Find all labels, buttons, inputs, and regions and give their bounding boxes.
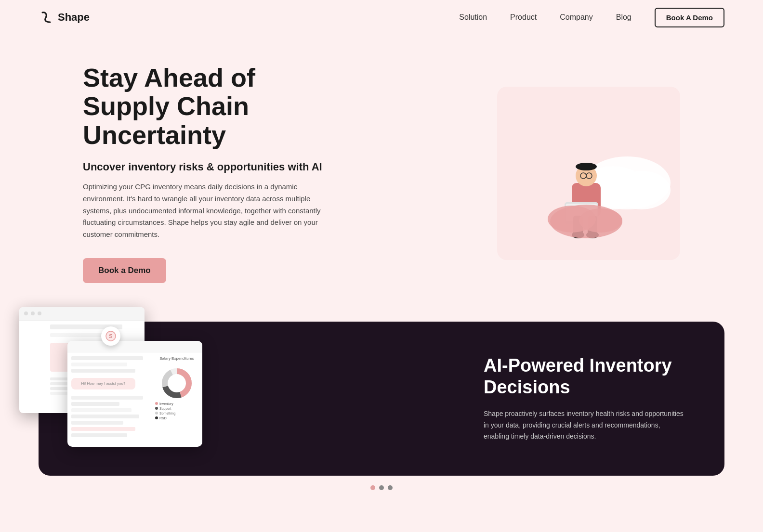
bottom-dark-section: ↪ Hi! How may I assist you? <box>39 322 724 476</box>
logo-icon <box>39 10 54 25</box>
logo-text: Shape <box>58 11 90 24</box>
donut-chart <box>160 366 194 400</box>
bottom-wrapper: ↪ Hi! How may I assist you? <box>0 322 763 521</box>
nav-book-demo-button[interactable]: Book A Demo <box>655 8 724 27</box>
pagination-dot-2[interactable] <box>379 485 384 490</box>
nav-solution[interactable]: Solution <box>459 13 487 22</box>
legend-inventory: Inventory <box>159 402 173 405</box>
svg-text:S: S <box>109 333 112 339</box>
dashboard-mockup: ↪ Hi! How may I assist you? <box>10 322 217 476</box>
hero-body: Optimizing your CPG inventory means dail… <box>83 181 333 241</box>
svg-point-17 <box>579 208 622 233</box>
floating-badge: S <box>101 326 120 346</box>
supply-chain-illustration: ? <box>497 87 680 260</box>
hero-subtitle: Uncover inventory risks & opportunities … <box>83 161 333 173</box>
pagination-dots <box>0 485 763 502</box>
chart-label: Salary Expenditures <box>159 356 194 361</box>
front-window: Hi! How may I assist you? Salary Expendi… <box>67 341 202 447</box>
hero-section: Stay Ahead of Supply Chain Uncertainty U… <box>44 35 719 322</box>
badge-icon: S <box>105 331 116 341</box>
bottom-title: AI-Powered Inventory Decisions <box>484 355 686 399</box>
pagination-dot-1[interactable] <box>370 485 375 490</box>
legend-something: Something <box>159 412 175 415</box>
legend-support: Support <box>159 407 171 410</box>
pagination-dot-3[interactable] <box>388 485 393 490</box>
hero-illustration: ? <box>497 87 680 260</box>
svg-point-2 <box>613 171 671 209</box>
hero-book-demo-button[interactable]: Book a Demo <box>83 258 166 283</box>
legend-rd: R&D <box>159 416 167 420</box>
svg-point-8 <box>576 163 597 170</box>
nav-company[interactable]: Company <box>560 13 592 22</box>
hero-content: Stay Ahead of Supply Chain Uncertainty U… <box>83 64 333 283</box>
navbar: Shape Solution Product Company Blog Book… <box>0 0 763 35</box>
nav-links: Solution Product Company Blog Book A Dem… <box>459 8 724 27</box>
bottom-text-block: AI-Powered Inventory Decisions Shape pro… <box>484 355 686 443</box>
nav-blog[interactable]: Blog <box>616 13 631 22</box>
logo[interactable]: Shape <box>39 10 90 25</box>
hero-title: Stay Ahead of Supply Chain Uncertainty <box>83 64 333 149</box>
nav-product[interactable]: Product <box>510 13 537 22</box>
bottom-body: Shape proactively surfaces inventory hea… <box>484 408 686 442</box>
